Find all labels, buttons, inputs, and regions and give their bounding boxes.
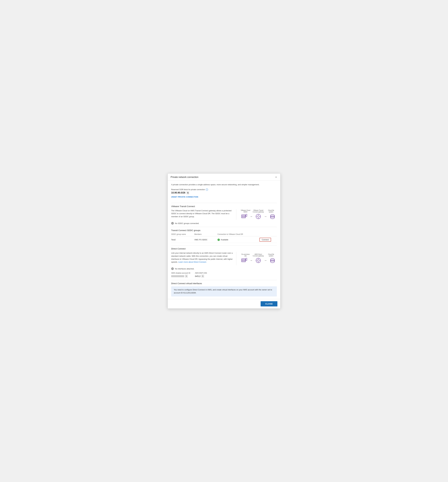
aws-bgp-asn-label: AWS BGP ASN [195, 272, 207, 274]
cidr-label-text: Reserved CIDR block for private connecti… [171, 189, 205, 191]
vmware-transit-left: The VMware Cloud on AWS Transit Connect … [171, 209, 236, 220]
virtual-interfaces-info-box: You need to configure Direct Connect in … [171, 286, 277, 296]
svg-line-30 [259, 259, 260, 260]
col-header-name: SDDC group name [171, 233, 194, 235]
transit-connect-icon [255, 213, 262, 220]
no-sddc-groups-row: − No SDDC groups connected. [171, 222, 277, 225]
direct-connect-content: Link your internal network directly to a… [171, 252, 277, 265]
cidr-value-row: 10.90.90.0/26 ⧉ [171, 191, 277, 194]
sddc-groups-table: SDDC group name Members Connection to VM… [171, 233, 277, 243]
sddc-groups-section-title: Transit Connect SDDC groups [171, 229, 277, 232]
direct-connect-left: Link your internal network directly to a… [171, 252, 236, 265]
diagram-label-1: VMware Cloud SDDC [240, 210, 251, 213]
aws-shadow-account-value [171, 275, 184, 277]
aws-shadow-account-label: AWS shadow account ID [171, 272, 190, 274]
svg-rect-18 [242, 259, 245, 260]
modal-header: Private network connection × [168, 173, 280, 181]
close-button[interactable]: CLOSE [261, 301, 277, 306]
row-members: VMC-FS SDDC [194, 239, 217, 241]
svg-line-29 [257, 259, 258, 260]
on-premises-icon [241, 257, 247, 264]
dc-arrow-1: → [250, 259, 253, 262]
svg-rect-1 [242, 215, 245, 216]
aws-shadow-copy-icon[interactable]: ⧉ [185, 275, 188, 278]
table-row: Test2 VMC-FS SDDC ✓ Available Connect [171, 237, 277, 243]
dc-arrow-2: → [264, 259, 267, 262]
modal-footer: CLOSE [168, 299, 280, 309]
unset-private-connection-link[interactable]: UNSET PRIVATE CONNECTION [171, 196, 198, 198]
svg-point-7 [257, 216, 259, 217]
aws-bgp-asn-value: 64512 [195, 275, 200, 277]
vmware-transit-description: The VMware Cloud on AWS Transit Connect … [171, 209, 233, 218]
no-interfaces-minus-icon: − [171, 267, 174, 270]
cidr-label-row: Reserved CIDR block for private connecti… [171, 188, 277, 191]
arrow-2: → [264, 215, 267, 218]
svg-rect-19 [242, 260, 245, 261]
aws-direct-connect-icon [255, 257, 262, 264]
no-interfaces-text: No interfaces attached. [175, 268, 194, 270]
modal-body: A private connection provides a single a… [168, 181, 280, 299]
row-action-cell: Connect [259, 238, 277, 242]
aws-shadow-account-value-row: ⧉ [171, 275, 190, 278]
diagram-label-2: VMware Transit Connect gateway [253, 210, 264, 213]
cloud-filesystem-icon-1 [269, 213, 276, 220]
vmware-transit-section-title: VMware Transit Connect [171, 205, 277, 208]
direct-connect-description: Link your internal network directly to a… [171, 252, 233, 264]
dc-diagram-label-2: AWS Direct Connect gateway [253, 254, 264, 257]
dc-diagram-label-1: On-premises site [240, 254, 251, 257]
col-header-members: Members [194, 233, 217, 235]
virtual-interfaces-info-text: You need to configure Direct Connect in … [174, 289, 272, 294]
cidr-value-text: 10.90.90.0/26 [171, 192, 185, 194]
cloud-filesystem-icon-2 [269, 257, 276, 264]
connect-button[interactable]: Connect [259, 238, 271, 242]
cidr-info-icon[interactable]: i [206, 188, 208, 191]
aws-fields-container: AWS shadow account ID ⧉ AWS BGP ASN 6451… [171, 272, 277, 278]
modal-container: Private network connection × A private c… [168, 173, 280, 309]
no-sddc-groups-text: No SDDC groups connected. [175, 222, 199, 225]
table-header: SDDC group name Members Connection to VM… [171, 233, 277, 236]
svg-line-31 [257, 261, 258, 262]
divider-4 [171, 280, 277, 280]
svg-rect-2 [242, 217, 245, 217]
learn-more-link[interactable]: Learn more about Direct Connect. [178, 261, 207, 263]
arrow-1: → [250, 215, 253, 218]
available-check-icon: ✓ [217, 239, 220, 241]
direct-connect-diagram: On-premises site AWS Direct Connect gate… [236, 252, 277, 265]
sddc-icon [241, 213, 247, 220]
no-sddc-minus-icon: − [171, 222, 174, 225]
no-interfaces-row: − No interfaces attached. [171, 267, 277, 270]
direct-connect-section-title: Direct Connect [171, 248, 277, 250]
aws-shadow-account-group: AWS shadow account ID ⧉ [171, 272, 190, 278]
intro-text: A private connection provides a single a… [171, 183, 277, 186]
dc-diagram-label-3: Cloud file system [266, 254, 276, 257]
col-header-action [259, 233, 277, 235]
diagram-label-3: Cloud file system [266, 210, 276, 213]
vmware-transit-diagram: VMware Cloud SDDC VMware Transit Connect… [236, 209, 277, 220]
row-connection-text: Available [221, 239, 228, 241]
row-connection: ✓ Available [217, 239, 259, 241]
aws-bgp-asn-group: AWS BGP ASN 64512 ⧉ [195, 272, 207, 278]
col-header-connection: Connection to VMware Cloud DR [217, 233, 259, 235]
modal-close-icon-button[interactable]: × [275, 176, 277, 179]
virtual-interfaces-section-title: Direct Connect virtual interfaces [171, 282, 277, 285]
vmware-transit-content: The VMware Cloud on AWS Transit Connect … [171, 209, 277, 220]
modal-title: Private network connection [171, 176, 198, 179]
aws-bgp-asn-value-row: 64512 ⧉ [195, 275, 207, 278]
cidr-copy-icon[interactable]: ⧉ [186, 191, 189, 194]
aws-bgp-copy-icon[interactable]: ⧉ [201, 275, 204, 278]
svg-line-32 [259, 261, 260, 262]
row-name: Test2 [171, 239, 194, 241]
